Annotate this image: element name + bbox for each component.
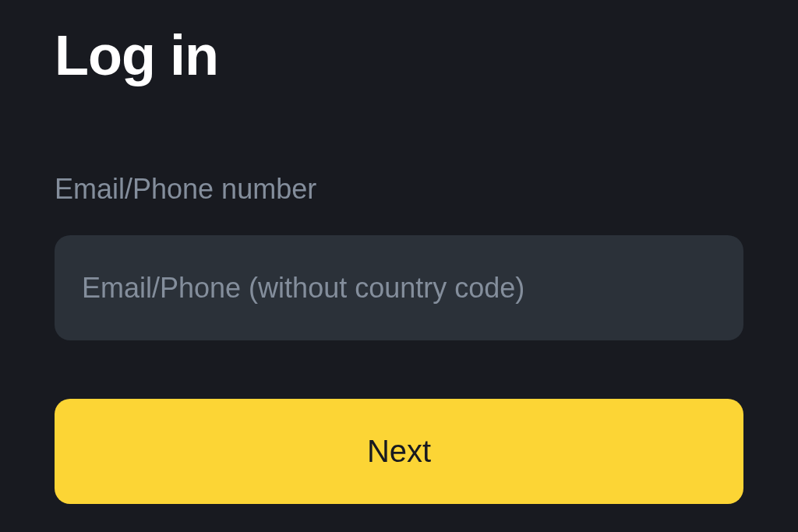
next-button[interactable]: Next (55, 399, 743, 504)
email-phone-input[interactable] (55, 235, 743, 340)
email-phone-label: Email/Phone number (55, 173, 743, 206)
page-title: Log in (55, 23, 743, 87)
login-container: Log in Email/Phone number Next (0, 0, 798, 527)
